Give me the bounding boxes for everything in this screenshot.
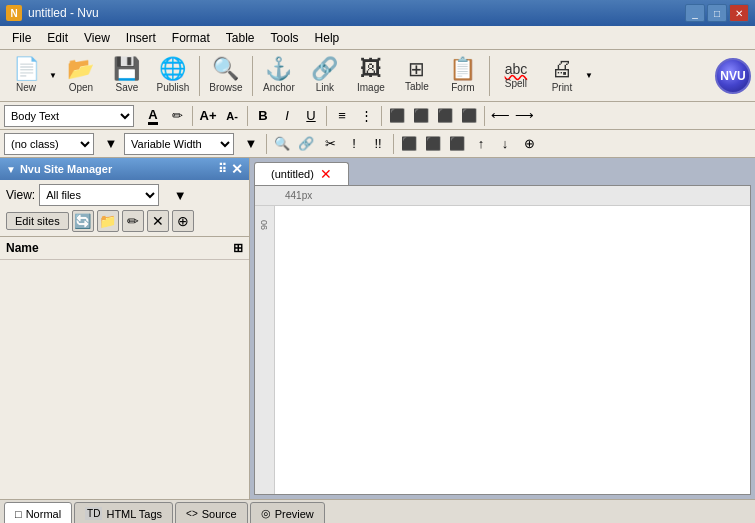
view-select[interactable]: All files: [39, 184, 159, 206]
width-select-arrow[interactable]: ▼: [240, 133, 262, 155]
titlebar: N untitled - Nvu _ □ ✕: [0, 0, 755, 26]
sm-collapse-icon[interactable]: ▼: [6, 164, 16, 175]
panel-resize-handle[interactable]: [245, 158, 249, 499]
width-select[interactable]: Variable Width: [124, 133, 234, 155]
align-right-icon: ⬛: [437, 108, 453, 123]
print-button[interactable]: 🖨 Print: [540, 53, 584, 99]
tb3-sep-1: [266, 134, 267, 154]
window-controls: _ □ ✕: [685, 4, 749, 22]
new-button[interactable]: 📄 New: [4, 53, 48, 99]
open-button[interactable]: 📂 Open: [59, 53, 103, 99]
align-center-button[interactable]: ⬛: [410, 105, 432, 127]
publish-label: Publish: [157, 82, 190, 93]
zoom-icon: 🔍: [274, 136, 290, 151]
horizontal-ruler: 441px: [255, 186, 750, 206]
tb3-extra-3[interactable]: ⊕: [518, 133, 540, 155]
align-right-button[interactable]: ⬛: [434, 105, 456, 127]
decrease-font-button[interactable]: A-: [221, 105, 243, 127]
spell-button[interactable]: abc Spell: [494, 53, 538, 99]
browse-button[interactable]: 🔍 Browse: [204, 53, 248, 99]
menu-item-view[interactable]: View: [76, 26, 118, 49]
normal-tab-label: Normal: [26, 508, 61, 520]
close-button[interactable]: ✕: [729, 4, 749, 22]
menu-item-format[interactable]: Format: [164, 26, 218, 49]
edit-sites-button[interactable]: Edit sites: [6, 212, 69, 230]
ruler-width-label: 441px: [285, 190, 312, 201]
justify-button[interactable]: ⬛: [458, 105, 480, 127]
minimize-button[interactable]: _: [685, 4, 705, 22]
new-arrow[interactable]: ▼: [49, 71, 57, 80]
print-arrow[interactable]: ▼: [585, 71, 593, 80]
increase-font-button[interactable]: A+: [197, 105, 219, 127]
class-select[interactable]: (no class): [4, 133, 94, 155]
save-button[interactable]: 💾 Save: [105, 53, 149, 99]
site-manager-close-button[interactable]: ✕: [231, 161, 243, 177]
menu-item-insert[interactable]: Insert: [118, 26, 164, 49]
anchor-label: Anchor: [263, 82, 295, 93]
publish-button[interactable]: 🌐 Publish: [151, 53, 195, 99]
menu-item-help[interactable]: Help: [307, 26, 348, 49]
form-button[interactable]: 📋 Form: [441, 53, 485, 99]
name-column-header: Name: [6, 241, 39, 255]
view-row: View: All files ▼: [6, 184, 243, 206]
tb3-warn-button[interactable]: !: [343, 133, 365, 155]
tb3-align-right[interactable]: ⬛: [446, 133, 468, 155]
sm-delete-button[interactable]: ✕: [147, 210, 169, 232]
html-tags-tab[interactable]: TD HTML Tags: [74, 502, 173, 524]
image-button[interactable]: 🖼 Image: [349, 53, 393, 99]
expand-icon[interactable]: ⊞: [233, 241, 243, 255]
sm-refresh-button[interactable]: 🔄: [72, 210, 94, 232]
delete-icon: ✕: [152, 213, 164, 229]
warn-icon: !: [352, 136, 356, 151]
align-left-button[interactable]: ⬛: [386, 105, 408, 127]
ordered-list-button[interactable]: ⋮: [355, 105, 377, 127]
maximize-button[interactable]: □: [707, 4, 727, 22]
table-label: Table: [405, 81, 429, 92]
link-button[interactable]: 🔗 Link: [303, 53, 347, 99]
preview-label: Preview: [275, 508, 314, 520]
zoom-button[interactable]: 🔍: [271, 133, 293, 155]
normal-tab[interactable]: □ Normal: [4, 502, 72, 524]
align-center-icon: ⬛: [413, 108, 429, 123]
anchor-button[interactable]: ⚓ Anchor: [257, 53, 301, 99]
unordered-list-button[interactable]: ≡: [331, 105, 353, 127]
sm-add-button[interactable]: ⊕: [172, 210, 194, 232]
menu-item-table[interactable]: Table: [218, 26, 263, 49]
tb3-align-center[interactable]: ⬛: [422, 133, 444, 155]
bold-button[interactable]: B: [252, 105, 274, 127]
tb3-link-button[interactable]: 🔗: [295, 133, 317, 155]
form-icon: 📋: [449, 58, 476, 80]
indent-button[interactable]: ⟶: [513, 105, 535, 127]
outdent-button[interactable]: ⟵: [489, 105, 511, 127]
save-label: Save: [116, 82, 139, 93]
source-tab[interactable]: <> Source: [175, 502, 248, 524]
table-button[interactable]: ⊞ Table: [395, 53, 439, 99]
view-mode-tabs: □ Normal TD HTML Tags <> Source ◎ Previe…: [0, 499, 755, 523]
underline-button[interactable]: U: [300, 105, 322, 127]
format-toolbar: Body Text A ✏ A+ A- B I U ≡ ⋮ ⬛ ⬛ ⬛ ⬛ ⟵: [0, 102, 755, 130]
menu-item-file[interactable]: File: [4, 26, 39, 49]
tab-close-button[interactable]: ✕: [320, 166, 332, 182]
menu-item-tools[interactable]: Tools: [263, 26, 307, 49]
editor-tab-untitled[interactable]: (untitled) ✕: [254, 162, 349, 185]
nvu-logo-button[interactable]: NVU: [715, 58, 751, 94]
font-color-button[interactable]: A: [142, 105, 164, 127]
add-icon: ⊕: [177, 213, 189, 229]
tb3-extra-1[interactable]: ↑: [470, 133, 492, 155]
class-select-arrow[interactable]: ▼: [100, 133, 122, 155]
sm-folder-button[interactable]: 📁: [97, 210, 119, 232]
font-highlight-button[interactable]: ✏: [166, 105, 188, 127]
view-select-arrow[interactable]: ▼: [169, 184, 191, 206]
editor-canvas[interactable]: [275, 206, 750, 494]
editor-content[interactable]: 441px 90: [254, 185, 751, 495]
tb3-warn2-button[interactable]: !!: [367, 133, 389, 155]
italic-button[interactable]: I: [276, 105, 298, 127]
menu-item-edit[interactable]: Edit: [39, 26, 76, 49]
tb3-align-left[interactable]: ⬛: [398, 133, 420, 155]
tb3-cut-button[interactable]: ✂: [319, 133, 341, 155]
style-select[interactable]: Body Text: [4, 105, 134, 127]
preview-tab[interactable]: ◎ Preview: [250, 502, 325, 524]
preview-icon: ◎: [261, 507, 271, 520]
sm-edit-button[interactable]: ✏: [122, 210, 144, 232]
tb3-extra-2[interactable]: ↓: [494, 133, 516, 155]
